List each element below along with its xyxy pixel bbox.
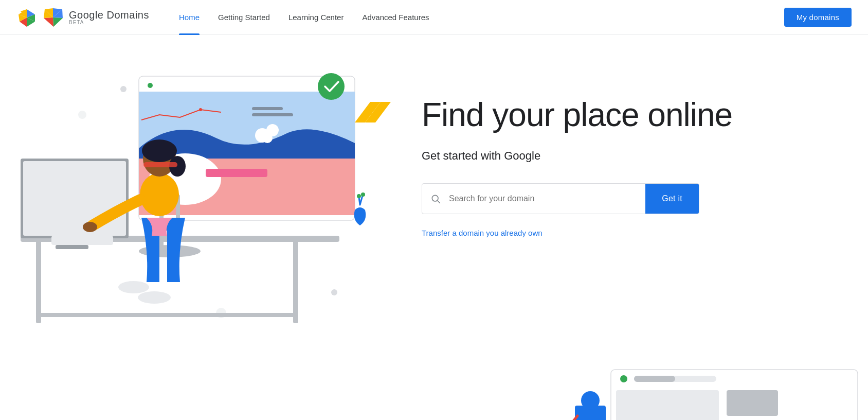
nav-item-getting-started[interactable]: Getting Started bbox=[209, 0, 279, 35]
bottom-illustration bbox=[549, 364, 868, 420]
logo-name: Google Domains bbox=[69, 10, 149, 20]
navbar: Google Domains BETA Home Getting Started… bbox=[0, 0, 868, 35]
hero-title: Find your place online bbox=[422, 97, 827, 133]
hero-subtitle: Get started with Google bbox=[422, 149, 827, 163]
svg-rect-23 bbox=[23, 161, 126, 236]
google-logo-icon bbox=[16, 7, 37, 28]
svg-point-39 bbox=[361, 192, 365, 197]
svg-rect-35 bbox=[51, 236, 113, 245]
svg-rect-46 bbox=[616, 390, 719, 420]
svg-rect-45 bbox=[634, 376, 675, 382]
google-g-icon bbox=[42, 7, 64, 28]
nav-links: Home Getting Started Learning Center Adv… bbox=[170, 0, 477, 35]
svg-point-49 bbox=[581, 391, 600, 410]
svg-point-16 bbox=[199, 108, 202, 111]
get-it-button[interactable]: Get it bbox=[645, 183, 699, 214]
svg-rect-21 bbox=[36, 313, 298, 317]
bottom-section bbox=[0, 364, 868, 420]
svg-line-41 bbox=[438, 201, 440, 203]
svg-rect-19 bbox=[36, 241, 41, 323]
svg-point-34 bbox=[83, 222, 97, 232]
my-domains-button[interactable]: My domains bbox=[784, 8, 852, 27]
svg-point-38 bbox=[357, 194, 361, 198]
svg-point-1 bbox=[78, 111, 86, 119]
logo-text: Google Domains BETA bbox=[69, 10, 149, 25]
svg-line-51 bbox=[554, 416, 577, 420]
svg-point-17 bbox=[318, 73, 345, 100]
search-bar: Get it bbox=[422, 183, 699, 214]
logo-beta: BETA bbox=[69, 20, 149, 25]
svg-rect-15 bbox=[252, 113, 293, 116]
svg-rect-33 bbox=[143, 162, 177, 167]
logo-area[interactable]: Google Domains BETA bbox=[16, 7, 149, 28]
nav-item-advanced-features[interactable]: Advanced Features bbox=[353, 0, 438, 35]
svg-point-31 bbox=[142, 139, 177, 162]
svg-rect-47 bbox=[727, 390, 778, 416]
search-icon bbox=[422, 194, 449, 204]
nav-item-home[interactable]: Home bbox=[170, 0, 209, 35]
svg-point-29 bbox=[140, 173, 179, 216]
transfer-domain-link[interactable]: Transfer a domain you already own bbox=[422, 229, 827, 237]
svg-point-0 bbox=[120, 86, 126, 92]
hero-section: Find your place online Get started with … bbox=[0, 35, 868, 364]
svg-point-43 bbox=[620, 375, 627, 382]
svg-rect-14 bbox=[252, 107, 283, 110]
svg-point-36 bbox=[118, 281, 149, 293]
svg-point-3 bbox=[331, 289, 337, 295]
hero-content: Find your place online Get started with … bbox=[391, 35, 868, 268]
svg-rect-25 bbox=[56, 245, 88, 249]
svg-point-37 bbox=[138, 291, 171, 304]
svg-rect-20 bbox=[293, 241, 298, 323]
nav-item-learning-center[interactable]: Learning Center bbox=[279, 0, 353, 35]
svg-rect-13 bbox=[206, 169, 267, 177]
hero-illustration bbox=[0, 35, 391, 364]
domain-search-input[interactable] bbox=[449, 194, 645, 203]
svg-point-6 bbox=[148, 83, 153, 88]
svg-point-11 bbox=[262, 133, 273, 143]
